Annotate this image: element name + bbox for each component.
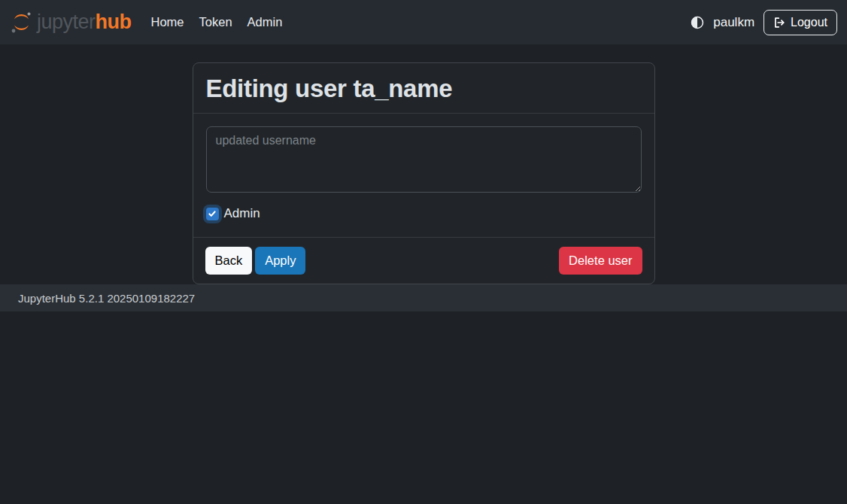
username-text: paulkm: [713, 15, 754, 30]
nav-link-home[interactable]: Home: [144, 9, 192, 35]
nav-links: Home Token Admin: [144, 9, 290, 35]
nav-link-token[interactable]: Token: [192, 9, 240, 35]
admin-checkbox-label[interactable]: Admin: [224, 206, 260, 221]
app-window: jupyterhub Home Token Admin paulkm L: [0, 0, 847, 504]
logout-icon: [773, 17, 785, 29]
back-button[interactable]: Back: [205, 247, 253, 275]
brand-text-hub: hub: [96, 11, 132, 34]
logout-label: Logout: [791, 16, 827, 29]
card-header: Editing user ta_name: [193, 63, 654, 114]
nav-link-admin[interactable]: Admin: [240, 9, 290, 35]
admin-checkbox-row: Admin: [206, 206, 642, 221]
delete-user-button[interactable]: Delete user: [559, 247, 642, 275]
theme-toggle-icon[interactable]: [691, 16, 704, 29]
logout-button[interactable]: Logout: [764, 10, 837, 35]
navbar-right: paulkm Logout: [691, 10, 837, 35]
page-title: Editing user ta_name: [206, 74, 642, 103]
jupyterhub-brand-link[interactable]: jupyterhub: [10, 9, 132, 35]
card-body: Admin: [193, 114, 654, 237]
apply-button[interactable]: Apply: [255, 247, 305, 275]
version-footer: JupyterHub 5.2.1 20250109182227: [0, 284, 847, 311]
checkmark-icon: [208, 209, 217, 218]
main-content: Editing user ta_name Admin Back Apply De…: [0, 44, 847, 284]
navbar: jupyterhub Home Token Admin paulkm L: [0, 0, 847, 44]
admin-checkbox[interactable]: [206, 208, 219, 220]
page-background: [0, 311, 847, 504]
jupyterhub-logo-icon: [10, 9, 33, 35]
version-text: JupyterHub 5.2.1 20250109182227: [18, 292, 195, 305]
card-footer: Back Apply Delete user: [193, 237, 654, 284]
edit-user-card: Editing user ta_name Admin Back Apply De…: [193, 62, 655, 284]
updated-username-textarea[interactable]: [206, 126, 642, 193]
brand-text-jupyter: jupyter: [37, 11, 96, 34]
